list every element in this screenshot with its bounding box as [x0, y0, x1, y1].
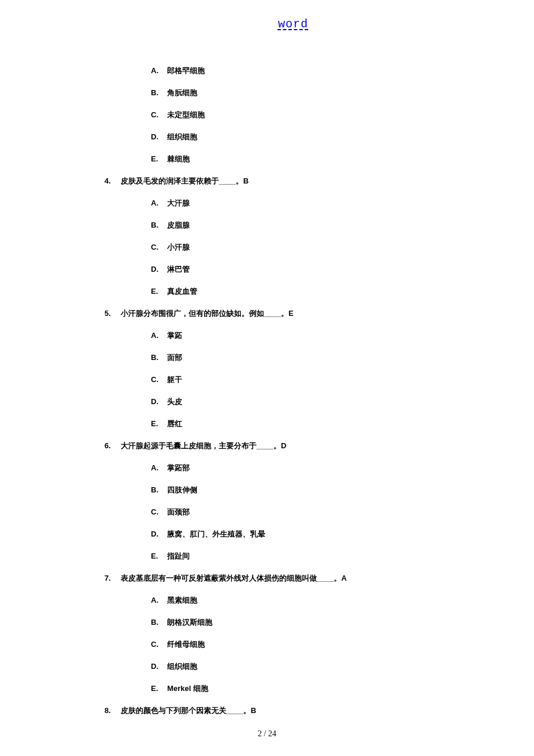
- option-text: 角朊细胞: [167, 88, 197, 97]
- option-c: C.小汗腺: [151, 242, 482, 253]
- option-text: 指趾间: [167, 552, 190, 560]
- option-text: 小汗腺: [167, 243, 190, 251]
- option-text: 黑素细胞: [167, 596, 197, 604]
- option-a: A.郎格罕细胞: [151, 66, 482, 76]
- q6-options: A.掌跖部 B.四肢伸侧 C.面颈部 D.腋窝、肛门、外生殖器、乳晕 E.指趾间: [151, 463, 482, 561]
- option-letter: D.: [151, 265, 167, 273]
- document-page: word A.郎格罕细胞 B.角朊细胞 C.未定型细胞 D.组织细胞 E.棘细胞…: [0, 0, 534, 716]
- option-letter: D.: [151, 662, 167, 671]
- option-d: D.淋巴管: [151, 264, 482, 275]
- question-number: 7.: [104, 574, 121, 582]
- question-6: 6.大汗腺起源于毛囊上皮细胞，主要分布于____。D: [104, 441, 482, 451]
- option-text: 掌跖部: [167, 463, 190, 472]
- option-text: 四肢伸侧: [167, 485, 197, 494]
- option-b: B.角朊细胞: [151, 88, 482, 98]
- option-text: 郎格罕细胞: [167, 66, 205, 75]
- option-text: 面部: [167, 353, 182, 362]
- option-b: B.面部: [151, 352, 482, 363]
- question-number: 8.: [104, 706, 121, 715]
- option-letter: D.: [151, 530, 167, 538]
- question-number: 6.: [104, 441, 121, 450]
- option-a: A.大汗腺: [151, 198, 482, 208]
- option-b: B.四肢伸侧: [151, 485, 482, 495]
- option-letter: A.: [151, 596, 167, 604]
- option-letter: E.: [151, 287, 167, 296]
- option-text: 腋窝、肛门、外生殖器、乳晕: [167, 530, 265, 538]
- option-letter: E.: [151, 684, 167, 693]
- option-b: B.朗格汉斯细胞: [151, 617, 482, 628]
- option-letter: A.: [151, 199, 167, 207]
- option-text: 躯干: [167, 375, 182, 384]
- option-text: 唇红: [167, 419, 182, 428]
- option-letter: E.: [151, 154, 167, 163]
- option-text: 组织细胞: [167, 132, 197, 141]
- option-text: 棘细胞: [167, 154, 190, 163]
- option-a: A.掌跖部: [151, 463, 482, 473]
- option-e: E.指趾间: [151, 551, 482, 561]
- question-text: 皮肤及毛发的润泽主要依赖于____。: [121, 177, 243, 185]
- option-b: B.皮脂腺: [151, 220, 482, 231]
- option-d: D.组织细胞: [151, 661, 482, 672]
- q4-options: A.大汗腺 B.皮脂腺 C.小汗腺 D.淋巴管 E.真皮血管: [151, 198, 482, 297]
- option-d: D.头皮: [151, 397, 482, 407]
- page-footer: 2 / 24: [0, 729, 534, 739]
- option-letter: C.: [151, 507, 167, 516]
- page-number: 2 / 24: [258, 729, 276, 738]
- question-answer: D: [281, 441, 286, 450]
- q3-options: A.郎格罕细胞 B.角朊细胞 C.未定型细胞 D.组织细胞 E.棘细胞: [151, 66, 482, 164]
- option-letter: E.: [151, 552, 167, 560]
- option-c: C.纤维母细胞: [151, 639, 482, 650]
- option-e: E.棘细胞: [151, 154, 482, 164]
- option-letter: C.: [151, 243, 167, 251]
- option-letter: A.: [151, 331, 167, 340]
- option-e: E.Merkel 细胞: [151, 683, 482, 694]
- option-text: 淋巴管: [167, 265, 190, 273]
- question-7: 7.表皮基底层有一种可反射遮蔽紫外线对人体损伤的细胞叫做____。A: [104, 573, 482, 584]
- option-letter: B.: [151, 618, 167, 627]
- question-text: 小汗腺分布围很广，但有的部位缺如。例如____。: [121, 309, 288, 318]
- option-letter: C.: [151, 640, 167, 649]
- option-d: D.组织细胞: [151, 132, 482, 142]
- option-letter: C.: [151, 110, 167, 119]
- option-letter: B.: [151, 221, 167, 229]
- option-a: A.掌跖: [151, 330, 482, 341]
- option-text: 朗格汉斯细胞: [167, 618, 212, 627]
- option-letter: B.: [151, 353, 167, 362]
- option-text: 掌跖: [167, 331, 182, 340]
- option-letter: D.: [151, 132, 167, 141]
- option-text: 皮脂腺: [167, 221, 190, 229]
- question-text: 皮肤的颜色与下列那个因素无关____。: [121, 706, 251, 715]
- q7-options: A.黑素细胞 B.朗格汉斯细胞 C.纤维母细胞 D.组织细胞 E.Merkel …: [151, 595, 482, 694]
- question-text: 表皮基底层有一种可反射遮蔽紫外线对人体损伤的细胞叫做____。: [121, 574, 341, 582]
- option-letter: B.: [151, 88, 167, 97]
- question-answer: A: [341, 574, 347, 582]
- question-answer: E: [288, 309, 294, 318]
- option-text: 组织细胞: [167, 662, 197, 671]
- option-text: 纤维母细胞: [167, 640, 205, 649]
- option-a: A.黑素细胞: [151, 595, 482, 606]
- option-d: D.腋窝、肛门、外生殖器、乳晕: [151, 529, 482, 539]
- option-text: 未定型细胞: [167, 110, 205, 119]
- option-c: C.未定型细胞: [151, 110, 482, 120]
- option-text: 大汗腺: [167, 199, 190, 207]
- question-5: 5.小汗腺分布围很广，但有的部位缺如。例如____。E: [104, 308, 482, 319]
- question-8: 8.皮肤的颜色与下列那个因素无关____。B: [104, 705, 482, 716]
- option-text: 头皮: [167, 397, 182, 406]
- option-e: E.唇红: [151, 419, 482, 429]
- option-letter: B.: [151, 485, 167, 494]
- option-letter: E.: [151, 419, 167, 428]
- option-letter: A.: [151, 463, 167, 472]
- option-text: 真皮血管: [167, 287, 197, 296]
- option-c: C.面颈部: [151, 507, 482, 517]
- option-c: C.躯干: [151, 375, 482, 385]
- question-text: 大汗腺起源于毛囊上皮细胞，主要分布于____。: [121, 441, 281, 450]
- option-text: Merkel 细胞: [167, 684, 208, 693]
- q5-options: A.掌跖 B.面部 C.躯干 D.头皮 E.唇红: [151, 330, 482, 429]
- header-word-link[interactable]: word: [104, 17, 482, 31]
- option-text: 面颈部: [167, 507, 190, 516]
- option-e: E.真皮血管: [151, 286, 482, 297]
- question-number: 5.: [104, 309, 121, 318]
- option-letter: A.: [151, 66, 167, 75]
- question-answer: B: [243, 177, 248, 185]
- option-letter: C.: [151, 375, 167, 384]
